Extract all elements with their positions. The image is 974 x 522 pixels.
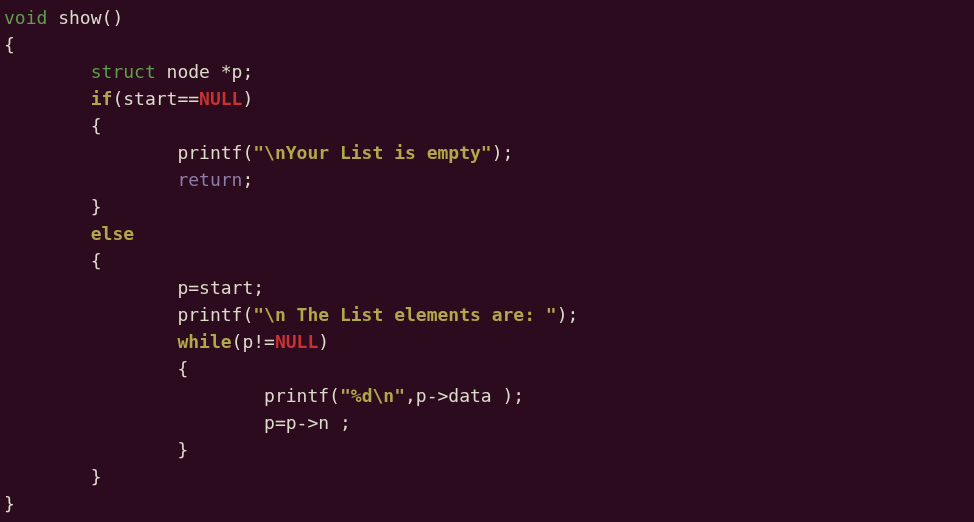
string-literal-fmt: "%d\n" bbox=[340, 385, 405, 406]
keyword-if: if bbox=[91, 88, 113, 109]
printf-args: ,p->data ); bbox=[405, 385, 524, 406]
stmt-end: ); bbox=[492, 142, 514, 163]
brace-open-while: { bbox=[4, 358, 188, 379]
brace-open: { bbox=[4, 34, 15, 55]
brace-open-else: { bbox=[4, 250, 102, 271]
brace-close-while: } bbox=[4, 439, 188, 460]
assign-p-next: p=p->n ; bbox=[4, 412, 351, 433]
string-literal-elements: "\n The List elements are: " bbox=[253, 304, 556, 325]
code-block: void show() { struct node *p; if(start==… bbox=[0, 0, 974, 517]
keyword-return: return bbox=[177, 169, 242, 190]
cond-close-2: ) bbox=[318, 331, 329, 352]
indent bbox=[4, 331, 177, 352]
indent bbox=[4, 223, 91, 244]
indent bbox=[4, 169, 177, 190]
keyword-void: void bbox=[4, 7, 47, 28]
cond-close: ) bbox=[242, 88, 253, 109]
function-name-show: show() bbox=[47, 7, 123, 28]
brace-close-else: } bbox=[4, 466, 102, 487]
decl-node-p: node *p; bbox=[156, 61, 254, 82]
printf-call-prefix: printf( bbox=[4, 142, 253, 163]
keyword-else: else bbox=[91, 223, 134, 244]
indent bbox=[4, 88, 91, 109]
cond-open-2: (p!= bbox=[232, 331, 275, 352]
stmt-end-2: ); bbox=[557, 304, 579, 325]
null-literal: NULL bbox=[199, 88, 242, 109]
printf-call-prefix-2: printf( bbox=[4, 304, 253, 325]
keyword-struct: struct bbox=[91, 61, 156, 82]
semicolon: ; bbox=[242, 169, 253, 190]
indent bbox=[4, 61, 91, 82]
null-literal-2: NULL bbox=[275, 331, 318, 352]
keyword-while: while bbox=[177, 331, 231, 352]
brace-close-fn: } bbox=[4, 493, 15, 514]
brace-close-inner: } bbox=[4, 196, 102, 217]
string-literal-empty: "\nYour List is empty" bbox=[253, 142, 491, 163]
cond-open: (start== bbox=[112, 88, 199, 109]
assign-p-start: p=start; bbox=[4, 277, 264, 298]
brace-open-inner: { bbox=[4, 115, 102, 136]
printf-call-prefix-3: printf( bbox=[4, 385, 340, 406]
